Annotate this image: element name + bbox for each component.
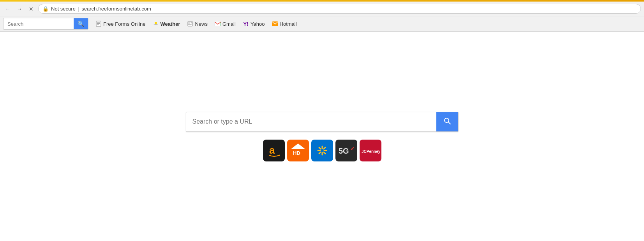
svg-rect-6 [188, 22, 190, 24]
center-search-icon [443, 117, 451, 127]
svg-line-14 [448, 122, 450, 124]
back-icon: ← [5, 6, 11, 12]
toolbar-search-wrapper: 🔍 [3, 18, 88, 30]
bookmark-free-forms-online-label: Free Forms Online [103, 21, 145, 27]
hotmail-icon [272, 21, 278, 27]
svg-text:a: a [269, 144, 275, 156]
shortcut-5g[interactable]: 5G ✓ [335, 140, 357, 161]
svg-text:JCPenney: JCPenney [362, 149, 380, 154]
bookmark-news-label: News [195, 21, 208, 27]
svg-line-27 [319, 152, 321, 154]
browser-chrome: ← → ✕ 🔒 Not secure | search.freeformsonl… [0, 2, 644, 32]
shortcut-homedepot[interactable]: HD [287, 140, 309, 161]
bookmark-hotmail-label: Hotmail [280, 21, 297, 27]
svg-marker-18 [291, 144, 305, 149]
shortcut-walmart[interactable] [311, 140, 333, 161]
toolbar-search-icon: 🔍 [78, 21, 84, 27]
address-bar-row: ← → ✕ 🔒 Not secure | search.freeformsonl… [0, 2, 644, 16]
url-text: search.freeformsonlinetab.com [81, 6, 151, 12]
gmail-icon [215, 21, 221, 27]
center-search-box [186, 112, 459, 132]
bookmark-gmail-label: Gmail [222, 21, 236, 27]
close-button[interactable]: ✕ [26, 4, 36, 14]
toolbar-search-button[interactable]: 🔍 [74, 18, 88, 29]
bookmark-yahoo-label: Yahoo [251, 21, 265, 27]
back-button[interactable]: ← [3, 4, 12, 14]
forward-button[interactable]: → [15, 4, 24, 14]
security-icon: 🔒 [42, 6, 49, 12]
address-bar[interactable]: 🔒 Not secure | search.freeformsonlinetab… [38, 4, 641, 14]
forward-icon: → [17, 6, 22, 12]
weather-icon [152, 21, 159, 27]
shortcuts-row: a HD [263, 140, 381, 161]
center-search-button[interactable] [436, 112, 458, 131]
bookmark-free-forms-online[interactable]: Free Forms Online [92, 19, 148, 28]
bookmark-weather[interactable]: Weather [149, 19, 183, 28]
free-forms-online-icon [95, 21, 102, 27]
svg-text:✓: ✓ [350, 145, 355, 152]
svg-line-26 [324, 147, 325, 149]
toolbar-row: 🔍 Free Forms Online Wea [0, 16, 644, 31]
svg-line-24 [319, 147, 321, 149]
svg-text:HD: HD [293, 150, 300, 156]
center-search-container: a HD [186, 112, 459, 161]
yahoo-icon: Y! [243, 21, 249, 27]
svg-text:5G: 5G [339, 147, 349, 155]
news-icon [187, 21, 193, 27]
not-secure-text: Not secure [51, 6, 76, 12]
svg-rect-11 [215, 21, 221, 26]
shortcut-amazon[interactable]: a [263, 140, 285, 161]
shortcut-jcpenney[interactable]: JCPenney [360, 140, 381, 161]
address-separator: | [78, 6, 79, 12]
bookmark-hotmail[interactable]: Hotmail [269, 19, 300, 28]
bookmark-yahoo[interactable]: Y! Yahoo [240, 19, 268, 28]
bookmark-news[interactable]: News [184, 19, 211, 28]
bookmark-gmail[interactable]: Gmail [212, 19, 239, 28]
center-search-input[interactable] [186, 113, 436, 130]
close-icon: ✕ [29, 6, 34, 12]
toolbar-search-input[interactable] [4, 19, 74, 29]
main-content: a HD [0, 32, 644, 241]
svg-line-25 [324, 152, 325, 154]
bookmark-weather-label: Weather [160, 21, 180, 27]
